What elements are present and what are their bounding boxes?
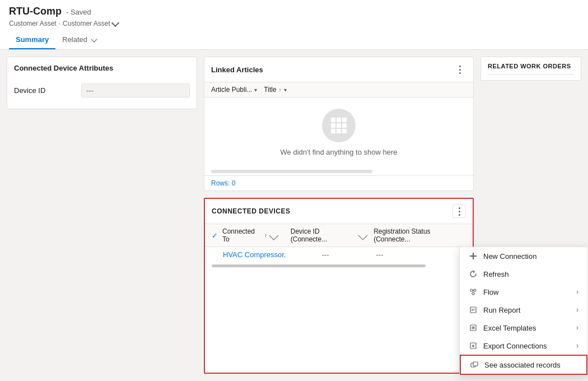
card-title: Connected Device Attributes bbox=[14, 64, 190, 72]
related-work-orders-card: RELATED WORK ORDERS bbox=[480, 57, 581, 81]
related-work-orders-title: RELATED WORK ORDERS bbox=[488, 63, 574, 75]
ellipsis-icon bbox=[459, 66, 461, 74]
rows-count: Rows: 0 bbox=[204, 175, 473, 190]
chevron-down-icon: ▾ bbox=[254, 87, 257, 93]
chevron-down-icon bbox=[111, 19, 119, 27]
header-top: RTU-Comp - Saved bbox=[9, 6, 579, 17]
submenu-arrow-icon: › bbox=[576, 324, 578, 332]
tab-related[interactable]: Related bbox=[55, 31, 103, 49]
middle-panel: Linked Articles Article Publi... ▾ Title… bbox=[204, 57, 474, 374]
empty-icon bbox=[322, 109, 356, 142]
new-connection-label: New Connection bbox=[483, 252, 578, 261]
breadcrumb-separator: · bbox=[59, 20, 60, 27]
connected-devices-col-headers: ✓ Connected To ↑ Device ID (Connecte... … bbox=[205, 224, 473, 247]
refresh-label: Refresh bbox=[483, 270, 578, 278]
associated-records-icon bbox=[470, 360, 479, 369]
run-report-label: Run Report bbox=[483, 306, 571, 314]
grid-icon bbox=[331, 118, 347, 133]
refresh-icon bbox=[469, 270, 478, 278]
device-id-label: Device ID bbox=[14, 86, 81, 95]
breadcrumb-first[interactable]: Customer Asset bbox=[9, 20, 57, 27]
connected-devices-header: CONNECTED DEVICES bbox=[205, 199, 473, 224]
context-menu: New Connection Refresh Flow › Run Report… bbox=[459, 247, 588, 375]
linked-articles-title: Linked Articles bbox=[211, 66, 263, 74]
menu-item-run-report[interactable]: Run Report › bbox=[460, 301, 587, 319]
menu-item-flow[interactable]: Flow › bbox=[460, 283, 587, 301]
device-id-field: Device ID --- bbox=[14, 79, 190, 102]
svg-rect-7 bbox=[470, 307, 476, 313]
saved-label: - Saved bbox=[66, 8, 91, 16]
left-panel: Connected Device Attributes Device ID --… bbox=[7, 57, 197, 374]
submenu-arrow-icon: › bbox=[576, 342, 578, 350]
chevron-down-icon bbox=[91, 36, 97, 42]
row-device-id-val: --- bbox=[321, 250, 329, 259]
excel-icon bbox=[469, 323, 478, 332]
menu-item-export-connections[interactable]: Export Connections › bbox=[460, 337, 587, 355]
svg-point-2 bbox=[470, 289, 473, 291]
menu-item-refresh[interactable]: Refresh bbox=[460, 265, 587, 283]
check-icon[interactable]: ✓ bbox=[212, 231, 218, 240]
connected-devices-row: HVAC Compressor, --- --- bbox=[205, 247, 473, 262]
col-title[interactable]: Title ↑ ▾ bbox=[264, 86, 286, 94]
plus-icon bbox=[469, 252, 478, 261]
breadcrumb-second[interactable]: Customer Asset bbox=[63, 20, 118, 27]
col-article-publi[interactable]: Article Publi... ▾ bbox=[211, 86, 257, 94]
menu-item-new-connection[interactable]: New Connection bbox=[460, 247, 587, 265]
connected-devices-menu-button[interactable] bbox=[452, 205, 466, 218]
ellipsis-icon bbox=[459, 207, 460, 216]
connected-devices-card: CONNECTED DEVICES ✓ Connected To ↑ Devic… bbox=[204, 198, 474, 374]
submenu-arrow-icon: › bbox=[576, 306, 578, 314]
breadcrumb: Customer Asset · Customer Asset bbox=[9, 20, 579, 27]
empty-state: We didn't find anything to show here bbox=[204, 97, 473, 168]
sort-up-icon: ↑ bbox=[279, 87, 282, 93]
connected-devices-title: CONNECTED DEVICES bbox=[212, 207, 291, 215]
submenu-arrow-icon: › bbox=[576, 288, 578, 296]
export-icon bbox=[469, 341, 478, 350]
menu-item-excel-templates[interactable]: Excel Templates › bbox=[460, 319, 587, 337]
svg-point-3 bbox=[474, 289, 476, 291]
report-icon bbox=[469, 305, 478, 314]
page-header: RTU-Comp - Saved Customer Asset · Custom… bbox=[0, 0, 588, 50]
chevron-down-icon: ▾ bbox=[284, 87, 287, 93]
flow-icon bbox=[469, 287, 478, 296]
row-reg-status-val: --- bbox=[376, 250, 383, 259]
col-device-id[interactable]: Device ID (Connecte... bbox=[291, 227, 366, 243]
see-associated-records-label: See associated records bbox=[484, 361, 577, 369]
linked-articles-menu-button[interactable] bbox=[453, 63, 466, 76]
col-registration-status[interactable]: Registration Status (Connecte... bbox=[374, 227, 466, 243]
scrollbar[interactable] bbox=[211, 170, 372, 173]
hvac-compressor-link[interactable]: HVAC Compressor, bbox=[223, 250, 286, 259]
col-connected-to[interactable]: Connected To ↑ bbox=[222, 227, 277, 243]
nav-tabs: Summary Related bbox=[9, 31, 579, 49]
linked-articles-card: Linked Articles Article Publi... ▾ Title… bbox=[204, 57, 474, 191]
page-title: RTU-Comp bbox=[9, 6, 62, 17]
connected-device-attributes-card: Connected Device Attributes Device ID --… bbox=[7, 57, 197, 109]
tab-summary[interactable]: Summary bbox=[9, 31, 55, 49]
svg-rect-17 bbox=[473, 362, 478, 366]
chevron-down-icon bbox=[269, 231, 279, 240]
linked-articles-header: Linked Articles bbox=[204, 57, 473, 82]
excel-templates-label: Excel Templates bbox=[483, 324, 571, 332]
connected-devices-scrollbar[interactable] bbox=[212, 264, 426, 267]
linked-articles-col-headers: Article Publi... ▾ Title ↑ ▾ bbox=[204, 82, 473, 97]
flow-label: Flow bbox=[483, 288, 571, 296]
empty-text: We didn't find anything to show here bbox=[281, 148, 398, 156]
sort-up-icon: ↑ bbox=[264, 233, 267, 239]
chevron-down-icon bbox=[358, 231, 367, 240]
device-id-value[interactable]: --- bbox=[81, 83, 190, 97]
menu-item-see-associated-records[interactable]: See associated records bbox=[460, 355, 587, 375]
export-connections-label: Export Connections bbox=[483, 342, 571, 350]
svg-point-4 bbox=[472, 292, 474, 295]
